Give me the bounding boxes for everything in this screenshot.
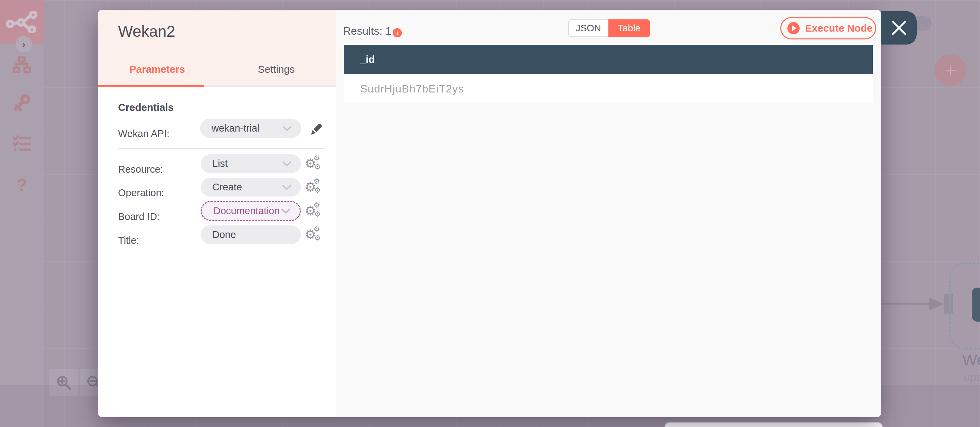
help-icon: ? xyxy=(16,175,27,195)
results-count: Results: 1 xyxy=(343,25,391,37)
edit-credential-button[interactable] xyxy=(309,121,324,137)
credential-value: wekan-trial xyxy=(212,123,259,134)
pencil-icon xyxy=(310,122,323,135)
title-input[interactable]: Done xyxy=(201,225,301,244)
play-icon xyxy=(788,22,800,34)
checklist-icon xyxy=(12,135,31,152)
operation-select[interactable]: Create xyxy=(201,178,301,197)
execute-node-button[interactable]: Execute Node xyxy=(780,17,876,40)
credentials-heading: Credentials xyxy=(118,102,173,113)
resource-value: List xyxy=(212,158,228,169)
param-label-operation: Operation: xyxy=(118,187,164,198)
gear-small-icon: ⚙ xyxy=(313,225,320,233)
table-row: SudrHjuBh7bEiT2ys xyxy=(344,74,873,103)
gear-small-icon: ⚙ xyxy=(313,178,320,185)
connection-arrow xyxy=(929,297,944,310)
sitemap-icon xyxy=(12,56,31,73)
tab-settings[interactable]: Settings xyxy=(217,60,336,79)
resource-options-button[interactable]: ⚙ ⚙ ⚙ xyxy=(305,154,321,173)
execute-node-label: Execute Node xyxy=(805,22,872,34)
info-glyph: i xyxy=(396,29,398,37)
resource-select[interactable]: List xyxy=(201,154,301,173)
add-node-button[interactable]: + xyxy=(935,54,966,86)
close-icon xyxy=(891,20,907,36)
param-label-title: Title: xyxy=(118,235,139,246)
results-table: _id SudrHjuBh7bEiT2ys xyxy=(344,45,873,103)
results-panel: Results: 1 i JSON Table Execute Node _id… xyxy=(336,10,881,417)
wekan-node-icon xyxy=(972,287,980,322)
operation-value: Create xyxy=(212,181,242,193)
param-label-board-id: Board ID: xyxy=(118,211,160,222)
table-header-id: _id xyxy=(344,45,873,74)
param-label-resource: Resource: xyxy=(118,164,163,175)
gear-small-icon: ⚙ xyxy=(313,202,320,209)
sidebar-item-help[interactable]: ? xyxy=(0,175,43,195)
wekan-node-label: We xyxy=(962,351,980,369)
board-id-value: Documentation xyxy=(213,205,280,217)
wekan-node-sublabel: upd xyxy=(964,371,980,384)
board-id-options-button[interactable]: ⚙ ⚙ ⚙ xyxy=(305,202,321,220)
gear-small-icon: ⚙ xyxy=(314,187,321,194)
sidebar-item-workflows[interactable] xyxy=(0,56,43,73)
chevron-down-icon xyxy=(282,125,292,132)
gear-small-icon: ⚙ xyxy=(314,234,321,242)
info-icon[interactable]: i xyxy=(393,28,402,37)
node-title: Wekan2 xyxy=(118,22,175,40)
bottom-popup-edge xyxy=(665,422,883,427)
results-view-toggle: JSON Table xyxy=(568,19,650,37)
sidebar-item-credentials[interactable] xyxy=(0,94,43,111)
app-screen: › ? xyxy=(0,0,980,427)
title-value: Done xyxy=(212,229,236,240)
node-detail-modal: Wekan2 Parameters Settings Credentials W… xyxy=(98,10,881,417)
sidebar-item-executions[interactable] xyxy=(0,135,43,152)
section-divider xyxy=(118,148,324,149)
operation-options-button[interactable]: ⚙ ⚙ ⚙ xyxy=(305,178,321,197)
gear-small-icon: ⚙ xyxy=(314,163,321,171)
gear-small-icon: ⚙ xyxy=(314,210,321,218)
credential-label: Wekan API: xyxy=(118,128,169,140)
toggle-table-button[interactable]: Table xyxy=(608,19,650,37)
sidebar-expand-button[interactable]: › xyxy=(16,36,32,52)
board-id-select[interactable]: Documentation xyxy=(201,201,301,221)
chevron-right-icon: › xyxy=(22,38,25,50)
close-modal-button[interactable] xyxy=(881,11,917,44)
chevron-down-icon xyxy=(281,208,291,214)
active-tab-underline xyxy=(98,85,204,87)
chevron-down-icon xyxy=(282,184,292,190)
workflow-logo-icon xyxy=(6,11,37,33)
title-options-button[interactable]: ⚙ ⚙ ⚙ xyxy=(305,225,321,244)
toggle-json-button[interactable]: JSON xyxy=(568,19,608,37)
tab-parameters[interactable]: Parameters xyxy=(98,60,217,79)
gear-small-icon: ⚙ xyxy=(313,154,320,162)
key-icon xyxy=(13,94,30,111)
credential-select[interactable]: wekan-trial xyxy=(200,119,301,138)
chevron-down-icon xyxy=(282,161,292,167)
parameters-panel: Wekan2 Parameters Settings Credentials W… xyxy=(98,10,336,417)
